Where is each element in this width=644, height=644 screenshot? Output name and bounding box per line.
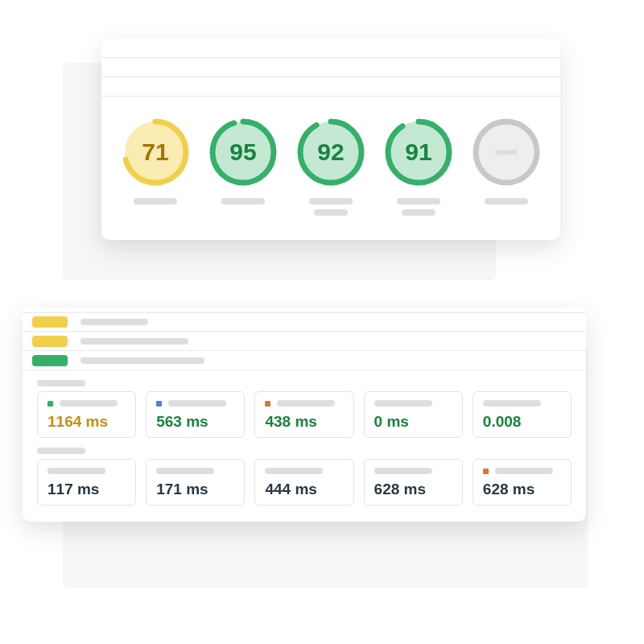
score-caption-placeholder [397,198,440,204]
scores-body: 71 95 92 91 [101,97,560,240]
header-row [101,39,560,58]
legend-chip-yellow [32,316,68,328]
legend-label-placeholder [80,338,188,345]
metric-tile: 1164 ms [37,391,136,438]
score-gauge: 95 [208,118,278,216]
status-dot-orange [265,401,270,407]
metric-tile-header [47,468,126,474]
header-row [101,58,560,77]
metric-tile-header [156,468,234,474]
metrics-card: 1164 ms563 ms438 ms0 ms0.008 117 ms171 m… [23,308,586,522]
metric-tile: 628 ms [473,459,572,506]
legend-row [23,351,586,370]
metric-tile: 117 ms [37,459,136,506]
metric-value: 171 ms [156,481,234,498]
metric-value: 444 ms [265,481,343,498]
metrics-row-secondary: 117 ms171 ms444 ms628 ms628 ms [23,459,586,506]
metric-label-placeholder [156,468,214,474]
metric-tile: 563 ms [146,391,245,438]
metric-value: 0.008 [483,413,561,431]
score-gauge: 92 [296,118,365,216]
metric-tile: 0 ms [364,391,463,438]
section-label-placeholder [37,448,85,454]
metric-value: 628 ms [374,481,452,498]
score-value: 92 [296,118,365,187]
score-gauge-ring: 91 [384,118,453,187]
metric-tile-header [483,400,561,407]
score-gauge: 91 [384,118,453,216]
metric-tile: 438 ms [254,391,353,438]
status-dot-orange [483,469,489,474]
metric-tile-header [47,400,126,407]
metric-label-placeholder [265,468,323,474]
score-caption-placeholder [314,209,348,216]
scores-header [101,39,560,97]
metric-label-placeholder [483,400,541,407]
metric-tile: 0.008 [473,391,572,438]
section-label-placeholder [37,380,85,386]
score-gauge [472,118,541,216]
score-caption-placeholder [309,198,353,204]
score-caption-placeholder [402,209,436,216]
metric-tile-header [156,400,234,407]
metric-label-placeholder [60,400,118,407]
metric-value: 628 ms [483,481,561,498]
legend-label-placeholder [80,319,148,325]
metric-tile-header [483,468,561,474]
score-gauge-na [472,118,541,187]
metric-tile: 628 ms [364,459,463,506]
metric-value: 438 ms [265,413,343,431]
status-dot-green [47,401,53,407]
score-gauge-ring: 95 [208,118,278,187]
legend-chip-green [32,355,68,366]
score-gauge: 71 [121,118,190,216]
metric-label-placeholder [374,400,432,407]
metric-label-placeholder [168,400,226,407]
metric-value: 117 ms [47,481,126,498]
metric-value: 1164 ms [47,413,126,431]
header-row [101,77,560,97]
score-value: 91 [384,118,453,187]
score-caption-placeholder [485,198,528,204]
score-caption-placeholder [221,198,265,204]
legend-row [23,332,586,351]
scores-card: 71 95 92 91 [101,39,560,240]
metric-tile: 171 ms [146,459,245,506]
legend-chip-yellow [32,336,68,347]
metric-value: 0 ms [374,413,452,431]
legend-row [23,312,586,332]
metric-label-placeholder [495,468,553,474]
metric-label-placeholder [47,468,105,474]
legend-label-placeholder [80,357,204,364]
score-gauge-ring: 71 [121,118,190,187]
metric-label-placeholder [374,468,432,474]
score-caption-placeholder [134,198,177,204]
score-value: 71 [121,118,190,187]
metric-tile-header [265,468,343,474]
metric-tile-header [265,400,343,407]
score-value: 95 [208,118,278,187]
metrics-row-primary: 1164 ms563 ms438 ms0 ms0.008 [23,391,586,438]
status-dot-blue [156,401,162,407]
score-gauge-ring: 92 [296,118,365,187]
legend [23,308,586,370]
metric-tile-header [374,468,452,474]
metric-tile-header [374,400,452,407]
metric-tile: 444 ms [254,459,353,506]
metric-label-placeholder [277,400,335,407]
dash-icon [472,118,541,187]
metric-value: 563 ms [156,413,234,431]
